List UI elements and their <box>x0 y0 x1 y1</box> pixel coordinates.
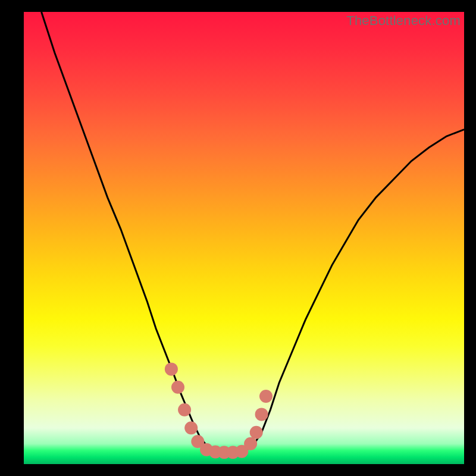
curve-marker-dot <box>250 426 263 439</box>
bottleneck-curve <box>42 12 464 452</box>
curve-minimum-markers <box>165 362 273 459</box>
curve-marker-dot <box>165 362 178 375</box>
curve-marker-dot <box>178 403 191 416</box>
curve-marker-dot <box>255 408 268 421</box>
curve-marker-dot <box>171 381 184 394</box>
chart-svg <box>24 12 464 464</box>
chart-plot-area: TheBottleneck.com <box>24 12 464 464</box>
curve-marker-dot <box>244 437 257 450</box>
curve-marker-dot <box>259 390 273 403</box>
curve-marker-dot <box>184 421 198 434</box>
